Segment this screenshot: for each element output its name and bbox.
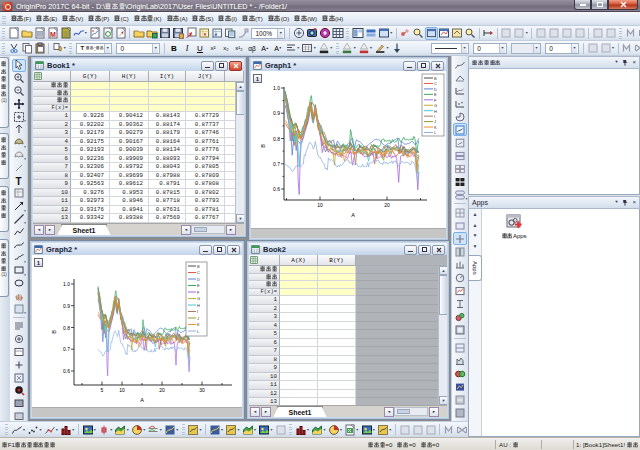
svg-text:10: 10 xyxy=(317,202,323,208)
svg-text:K: K xyxy=(434,125,437,130)
svg-text:0.7: 0.7 xyxy=(273,161,280,167)
svg-text:20: 20 xyxy=(159,387,165,393)
svg-text:A: A xyxy=(140,397,144,403)
svg-text:10: 10 xyxy=(119,387,125,393)
svg-text:0.6: 0.6 xyxy=(63,368,70,374)
svg-text:0.6: 0.6 xyxy=(273,186,280,192)
svg-text:C: C xyxy=(434,81,437,86)
svg-text:B: B xyxy=(197,264,200,269)
svg-text:D: D xyxy=(434,87,437,92)
svg-text:I: I xyxy=(197,309,198,314)
svg-text:0.9: 0.9 xyxy=(63,303,70,309)
svg-text:1.0: 1.0 xyxy=(273,85,280,91)
svg-text:A: A xyxy=(351,212,355,218)
svg-text:0.8: 0.8 xyxy=(273,136,280,142)
svg-text:5: 5 xyxy=(101,387,104,393)
svg-text:M: M xyxy=(50,31,56,38)
svg-text:G: G xyxy=(434,103,437,108)
svg-text:H: H xyxy=(197,303,200,308)
svg-text:B: B xyxy=(434,76,437,81)
svg-text:K: K xyxy=(197,322,200,327)
svg-text:B: B xyxy=(260,144,266,148)
svg-text:E: E xyxy=(434,92,437,97)
svg-text:1.0: 1.0 xyxy=(63,281,70,287)
svg-text:C: C xyxy=(197,270,200,275)
svg-text:G: G xyxy=(197,296,200,301)
svg-text:T: T xyxy=(15,175,21,186)
svg-text:B: B xyxy=(51,330,57,334)
svg-text:D: D xyxy=(197,277,200,282)
svg-text:30: 30 xyxy=(199,387,205,393)
svg-text:J: J xyxy=(434,119,436,124)
svg-text:I: I xyxy=(434,114,435,119)
svg-text:E: E xyxy=(197,283,200,288)
svg-text:0.9: 0.9 xyxy=(273,110,280,116)
svg-text:20: 20 xyxy=(384,202,390,208)
svg-text:0.8: 0.8 xyxy=(63,325,70,331)
svg-text:H: H xyxy=(434,109,437,114)
svg-text:0.7: 0.7 xyxy=(63,346,70,352)
svg-text:J: J xyxy=(197,316,199,321)
